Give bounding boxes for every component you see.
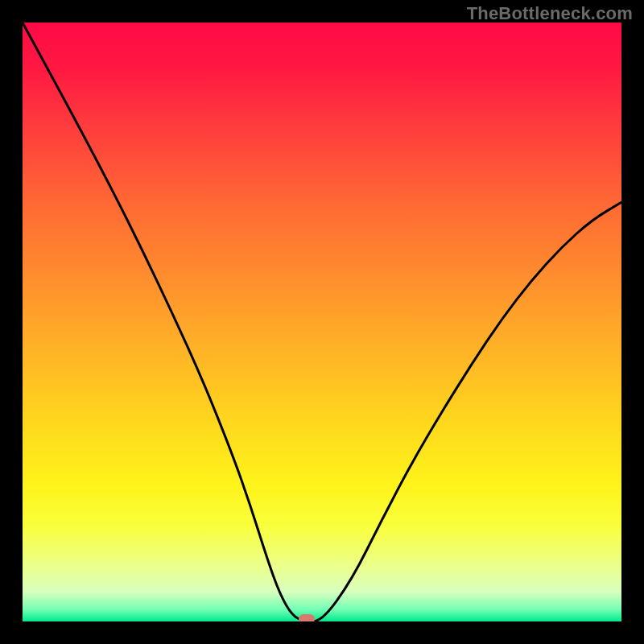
bottleneck-curve bbox=[23, 23, 621, 621]
optimal-point-marker bbox=[299, 614, 315, 621]
chart-frame: TheBottleneck.com bbox=[0, 0, 644, 644]
curve-path bbox=[23, 23, 621, 621]
plot-area bbox=[23, 23, 621, 621]
watermark-text: TheBottleneck.com bbox=[467, 3, 633, 24]
